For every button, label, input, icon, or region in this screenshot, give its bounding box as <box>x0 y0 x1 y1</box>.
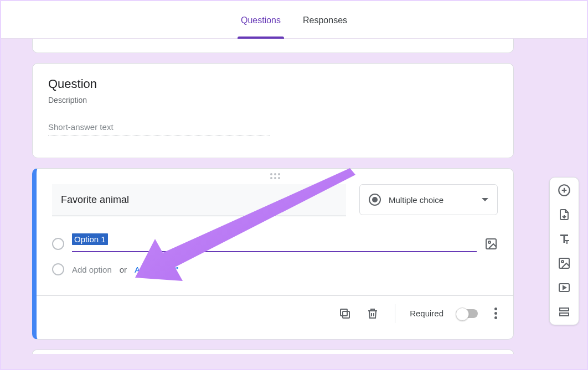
previous-question-card[interactable] <box>32 39 514 53</box>
option-row: Option 1 <box>52 232 498 256</box>
tab-questions[interactable]: Questions <box>241 4 281 35</box>
chevron-down-icon <box>482 198 488 201</box>
required-toggle[interactable] <box>456 309 478 318</box>
floating-toolbar <box>549 177 579 325</box>
radio-icon <box>369 194 381 206</box>
svg-rect-9 <box>560 313 569 316</box>
radio-outline-icon <box>52 263 64 275</box>
add-other-button[interactable]: Add "Other" <box>135 265 178 274</box>
question-text-input[interactable] <box>52 184 346 216</box>
add-question-button[interactable] <box>557 183 571 197</box>
next-question-card[interactable] <box>32 350 514 354</box>
duplicate-button[interactable] <box>337 306 353 321</box>
required-label: Required <box>410 309 443 318</box>
add-image-button[interactable] <box>557 256 571 270</box>
or-text: or <box>120 265 127 274</box>
option-1-input[interactable] <box>72 235 477 252</box>
svg-point-1 <box>488 241 491 243</box>
form-tabs: Questions Responses <box>1 1 587 39</box>
image-icon[interactable] <box>484 237 498 251</box>
tab-responses[interactable]: Responses <box>303 4 347 35</box>
delete-button[interactable] <box>365 306 380 321</box>
add-option-row: Add option or Add "Other" <box>52 256 498 279</box>
question-type-label: Multiple choice <box>389 195 474 205</box>
more-options-button[interactable] <box>490 308 501 319</box>
svg-rect-0 <box>486 239 496 249</box>
add-video-button[interactable] <box>557 280 571 295</box>
question-card-short-answer[interactable]: Question Description Short-answer text <box>32 63 514 158</box>
svg-rect-8 <box>560 308 569 311</box>
svg-rect-5 <box>559 258 569 268</box>
svg-rect-3 <box>341 309 347 316</box>
import-questions-button[interactable] <box>557 207 571 222</box>
add-option-button[interactable]: Add option <box>72 265 112 274</box>
question-description: Description <box>48 96 498 105</box>
short-answer-placeholder: Short-answer text <box>48 122 270 136</box>
question-type-dropdown[interactable]: Multiple choice <box>359 184 498 215</box>
divider <box>395 304 395 323</box>
svg-point-6 <box>561 260 564 263</box>
svg-rect-2 <box>343 311 349 318</box>
question-title: Question <box>48 77 498 91</box>
add-section-button[interactable] <box>557 305 571 319</box>
option-1-selected-text: Option 1 <box>72 233 108 245</box>
drag-handle-icon[interactable] <box>270 173 280 179</box>
radio-outline-icon <box>52 238 64 250</box>
question-card-editing: Multiple choice Option 1 <box>32 168 514 340</box>
question-footer: Required <box>37 295 513 331</box>
form-canvas: Question Description Short-answer text M… <box>1 39 587 369</box>
add-title-button[interactable] <box>557 232 571 246</box>
